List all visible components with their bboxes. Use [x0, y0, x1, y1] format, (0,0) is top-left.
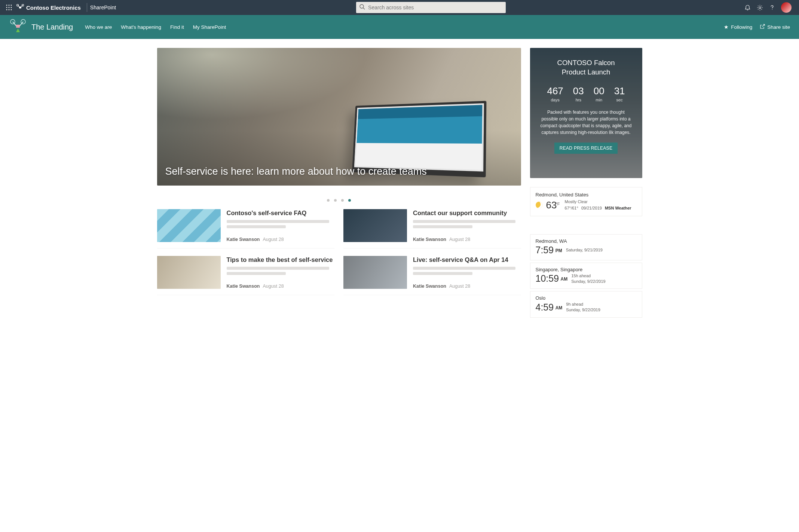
weather-location: Redmond, United States	[536, 192, 637, 198]
world-clock: Redmond, WA 7:59 PM Saturday, 9/21/2019 …	[530, 234, 642, 318]
text-placeholder	[413, 267, 515, 270]
news-title: Contoso's self-service FAQ	[227, 209, 335, 217]
user-avatar[interactable]	[781, 2, 792, 13]
weather-card[interactable]: Redmond, United States 63°F Mostly Clear…	[530, 187, 642, 216]
help-icon[interactable]	[769, 4, 775, 10]
nav-find-it[interactable]: Find it	[170, 24, 184, 30]
clock-time: 7:59	[536, 245, 554, 255]
cd-sec-val: 31	[614, 85, 625, 97]
notifications-icon[interactable]	[744, 4, 751, 11]
svg-marker-19	[16, 28, 20, 32]
news-title: Contact our support community	[413, 209, 521, 217]
cd-min-lbl: min	[596, 98, 602, 102]
following-button[interactable]: ★ Following	[724, 24, 752, 30]
cd-hrs-lbl: hrs	[576, 98, 581, 102]
news-date: August 28	[263, 237, 284, 242]
weather-hilo: 67°/61°	[565, 205, 578, 211]
weather-condition: Mostly Clear	[565, 199, 631, 205]
svg-rect-11	[19, 7, 21, 8]
carousel-dots	[157, 186, 521, 209]
carousel-dot-2[interactable]	[334, 199, 337, 202]
clock-location: Redmond, WA	[536, 238, 637, 244]
countdown-timer: 467days 03hrs 00min 31sec	[538, 85, 634, 102]
cd-sec-lbl: sec	[616, 98, 623, 102]
svg-line-13	[363, 8, 365, 9]
news-item[interactable]: Contoso's self-service FAQ Katie Swanson…	[157, 209, 335, 248]
news-author: Katie Swanson	[227, 237, 260, 242]
countdown-description: Packed with features you once thought po…	[538, 109, 634, 136]
news-title: Live: self-service Q&A on Apr 14	[413, 256, 521, 264]
suite-header: Contoso Electronics SharePoint	[0, 0, 799, 15]
text-placeholder	[227, 225, 286, 228]
cd-days-val: 467	[547, 85, 563, 97]
text-placeholder	[413, 272, 472, 275]
news-thumbnail	[157, 209, 221, 242]
text-placeholder	[227, 267, 329, 270]
clock-card: Singapore, Singapore 10:59 AM 15h aheadS…	[530, 263, 642, 289]
app-launcher[interactable]	[3, 4, 15, 10]
svg-point-0	[6, 5, 7, 6]
drone-icon	[16, 4, 24, 11]
news-item[interactable]: Live: self-service Q&A on Apr 14 Katie S…	[343, 256, 521, 295]
settings-icon[interactable]	[757, 4, 763, 11]
news-thumbnail	[343, 209, 407, 242]
clock-offset: 9h ahead	[566, 302, 600, 307]
news-list: Contoso's self-service FAQ Katie Swanson…	[157, 209, 521, 295]
site-logo[interactable]	[9, 18, 27, 36]
nav-whats-happening[interactable]: What's happening	[121, 24, 161, 30]
carousel-dot-4[interactable]	[348, 199, 351, 202]
carousel-dot-3[interactable]	[341, 199, 344, 202]
countdown-title-line1: CONTOSO Falcon	[538, 58, 634, 68]
text-placeholder	[413, 220, 515, 223]
cd-min-val: 00	[594, 85, 604, 97]
star-icon: ★	[724, 24, 729, 30]
svg-point-14	[759, 7, 761, 9]
svg-point-12	[360, 4, 364, 8]
clock-ampm: PM	[555, 248, 562, 253]
svg-point-15	[772, 9, 772, 9]
clock-offset: 15h ahead	[571, 273, 606, 279]
search-icon	[359, 4, 365, 11]
countdown-card: CONTOSO Falcon Product Launch 467days 03…	[530, 48, 642, 178]
hero-title: Self-service is here: learn more about h…	[165, 166, 427, 177]
clock-ampm: AM	[555, 305, 563, 311]
news-date: August 28	[449, 284, 470, 289]
news-item[interactable]: Contact our support community Katie Swan…	[343, 209, 521, 248]
hero-banner[interactable]: Self-service is here: learn more about h…	[157, 48, 521, 186]
share-site-button[interactable]: Share site	[760, 24, 790, 30]
news-thumbnail	[157, 256, 221, 289]
cd-days-lbl: days	[551, 98, 559, 102]
search-input[interactable]	[368, 4, 503, 10]
weather-source: MSN Weather	[605, 205, 631, 211]
divider	[87, 3, 87, 12]
nav-who-we-are[interactable]: Who we are	[85, 24, 112, 30]
news-item[interactable]: Tips to make the best of self-service Ka…	[157, 256, 335, 295]
carousel-dot-1[interactable]	[327, 199, 330, 202]
clock-card: Oslo 4:59 AM 9h aheadSunday, 9/22/2019	[530, 291, 642, 318]
news-thumbnail	[343, 256, 407, 289]
clock-date: Sunday, 9/22/2019	[566, 307, 600, 313]
svg-point-6	[6, 9, 7, 10]
org-brand[interactable]: Contoso Electronics	[15, 4, 84, 11]
news-title: Tips to make the best of self-service	[227, 256, 335, 264]
clock-time: 10:59	[536, 273, 559, 284]
svg-rect-18	[16, 25, 20, 28]
weather-unit: °F	[555, 202, 560, 206]
svg-point-8	[11, 9, 12, 10]
moon-icon	[535, 201, 543, 210]
org-name: Contoso Electronics	[26, 4, 81, 11]
news-author: Katie Swanson	[413, 237, 446, 242]
app-name[interactable]: SharePoint	[90, 4, 122, 10]
read-press-release-button[interactable]: READ PRESS RELEASE	[554, 143, 618, 154]
clock-location: Oslo	[536, 295, 637, 301]
svg-point-2	[11, 5, 12, 6]
nav-my-sharepoint[interactable]: My SharePoint	[193, 24, 226, 30]
clock-date: Sunday, 9/22/2019	[571, 279, 606, 284]
clock-card: Redmond, WA 7:59 PM Saturday, 9/21/2019	[530, 234, 642, 260]
search-box[interactable]	[356, 2, 506, 13]
text-placeholder	[227, 220, 329, 223]
clock-date: Saturday, 9/21/2019	[566, 247, 603, 253]
site-title[interactable]: The Landing	[31, 23, 73, 31]
following-label: Following	[731, 24, 752, 30]
svg-point-7	[9, 9, 10, 10]
